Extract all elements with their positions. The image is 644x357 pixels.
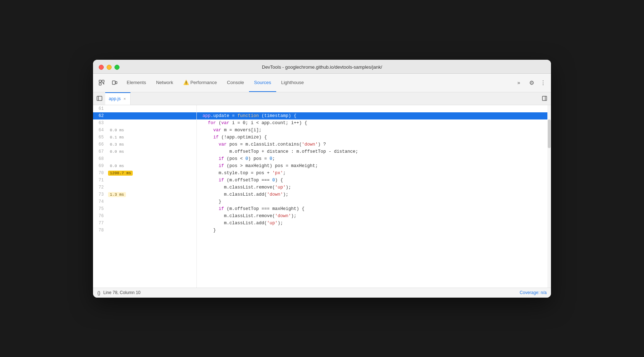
tab-network-label: Network: [156, 80, 173, 85]
scrollbar-track[interactable]: [547, 105, 551, 288]
line-num-77: 77: [93, 221, 107, 226]
code-line-62: app.update = function (timestamp) {: [197, 112, 547, 119]
line-numbers-panel: 61 62 63 64 0.0 ms 65 0.1 ms 66: [93, 105, 197, 288]
code-line-75: if (m.offsetTop === maxHeight) {: [203, 205, 547, 212]
tab-elements-label: Elements: [127, 80, 146, 85]
tab-console[interactable]: Console: [222, 74, 249, 92]
collapse-panel-button[interactable]: [540, 93, 550, 103]
tab-lighthouse-label: Lighthouse: [281, 80, 304, 85]
line-row-74: 74: [93, 198, 196, 205]
tab-elements[interactable]: Elements: [122, 74, 151, 92]
line-row-75: 75: [93, 205, 196, 212]
more-options-button[interactable]: ⋮: [538, 78, 548, 88]
device-toolbar-icon[interactable]: [109, 77, 120, 88]
line-num-63: 63: [93, 121, 107, 126]
line-num-65: 65: [93, 135, 107, 140]
line-row-63: 63: [93, 119, 196, 127]
line-row-72: 72: [93, 184, 196, 191]
devtools-tab-bar: Elements Network ⚠️ Performance Console …: [93, 74, 551, 92]
line-num-72: 72: [93, 185, 107, 190]
line-row-65: 65 0.1 ms: [93, 134, 196, 141]
line-row-78: 78: [93, 227, 196, 234]
svg-rect-1: [102, 80, 104, 82]
file-tab-appjs[interactable]: app.js ×: [105, 92, 131, 105]
settings-button[interactable]: ⚙: [527, 78, 537, 88]
inspector-icon[interactable]: [96, 77, 107, 88]
perf-badge-69: 0.0 ms: [108, 163, 126, 168]
warn-icon: ⚠️: [183, 80, 189, 85]
line-row-69: 69 0.0 ms: [93, 162, 196, 170]
line-num-62: 62: [93, 113, 107, 118]
line-row-61: 61: [93, 105, 196, 112]
line-num-76: 76: [93, 214, 107, 219]
line-row-64: 64 0.0 ms: [93, 127, 196, 134]
code-line-71: if (m.offsetTop === 0) {: [203, 177, 547, 184]
line-num-71: 71: [93, 178, 107, 183]
settings-icon: ⚙: [529, 79, 534, 86]
perf-badge-65: 0.1 ms: [108, 135, 126, 140]
devtools-window: DevTools - googlechrome.github.io/devtoo…: [93, 60, 551, 298]
svg-rect-3: [112, 81, 115, 84]
tab-performance[interactable]: ⚠️ Performance: [178, 74, 222, 92]
svg-rect-4: [116, 82, 117, 84]
perf-badge-73: 1.3 ms: [108, 192, 126, 197]
line-row-68: 68: [93, 155, 196, 162]
toolbar-right: ⚙ ⋮: [527, 78, 548, 88]
svg-rect-7: [542, 96, 547, 101]
code-line-65: if (!app.optimize) {: [203, 134, 547, 141]
line-row-76: 76: [93, 212, 196, 220]
tab-sources[interactable]: Sources: [249, 74, 276, 92]
code-line-77: m.classList.add('up');: [203, 220, 547, 227]
code-line-73: m.classList.add('down');: [203, 191, 547, 198]
tab-console-label: Console: [227, 80, 244, 85]
scrollbar-thumb[interactable]: [548, 119, 551, 148]
code-line-67: m.offsetTop + distance : m.offsetTop - d…: [203, 148, 547, 155]
perf-badge-64: 0.0 ms: [108, 128, 126, 133]
perf-badge-67: 0.0 ms: [108, 149, 126, 154]
line-num-70: 70: [93, 171, 107, 176]
code-line-70: m.style.top = pos + 'px';: [203, 170, 547, 177]
line-num-73: 73: [93, 192, 107, 197]
code-line-68: if (pos < 0) pos = 0;: [203, 155, 547, 162]
traffic-lights: [99, 65, 119, 70]
line-row-66: 66 0.3 ms: [93, 141, 196, 148]
perf-badge-66: 0.3 ms: [108, 142, 126, 147]
maximize-button[interactable]: [114, 65, 119, 70]
line-num-69: 69: [93, 163, 107, 168]
cursor-position: Line 78, Column 10: [103, 290, 141, 295]
minimize-button[interactable]: [107, 65, 112, 70]
code-line-64: var m = movers[i];: [203, 127, 547, 134]
tab-sources-label: Sources: [254, 80, 271, 85]
svg-rect-5: [97, 96, 102, 101]
svg-rect-0: [99, 80, 101, 82]
code-line-69: if (pos > maxHeight) pos = maxHeight;: [203, 162, 547, 170]
line-num-61: 61: [93, 106, 107, 111]
line-row-62[interactable]: 62: [93, 112, 196, 119]
line-row-67: 67 0.0 ms: [93, 148, 196, 155]
tab-network[interactable]: Network: [151, 74, 178, 92]
tab-lighthouse[interactable]: Lighthouse: [276, 74, 309, 92]
code-line-63: for (var i = 0; i < app.count; i++) {: [203, 119, 547, 127]
code-line-78: }: [203, 227, 547, 234]
line-num-66: 66: [93, 142, 107, 147]
sidebar-toggle-icon[interactable]: [94, 93, 104, 103]
code-area: 61 62 63 64 0.0 ms 65 0.1 ms 66: [93, 105, 551, 288]
coverage-link[interactable]: Coverage: n/a: [520, 290, 547, 295]
line-num-74: 74: [93, 199, 107, 204]
code-line-74: }: [203, 198, 547, 205]
file-tab-close[interactable]: ×: [123, 96, 126, 101]
svg-rect-2: [99, 83, 101, 85]
tab-performance-label: Performance: [190, 80, 217, 85]
more-tabs-button[interactable]: »: [514, 78, 524, 88]
file-tab-name: app.js: [109, 96, 121, 101]
line-row-77: 77: [93, 220, 196, 227]
line-num-67: 67: [93, 149, 107, 154]
close-button[interactable]: [99, 65, 104, 70]
code-line-72: m.classList.remove('up');: [203, 184, 547, 191]
status-bar: {} Line 78, Column 10 Coverage: n/a: [93, 288, 551, 298]
code-content[interactable]: app.update = function (timestamp) { for …: [197, 105, 547, 288]
code-line-61: [203, 105, 547, 112]
line-num-75: 75: [93, 206, 107, 211]
format-icon[interactable]: {}: [97, 290, 101, 295]
more-options-icon: ⋮: [540, 79, 546, 86]
